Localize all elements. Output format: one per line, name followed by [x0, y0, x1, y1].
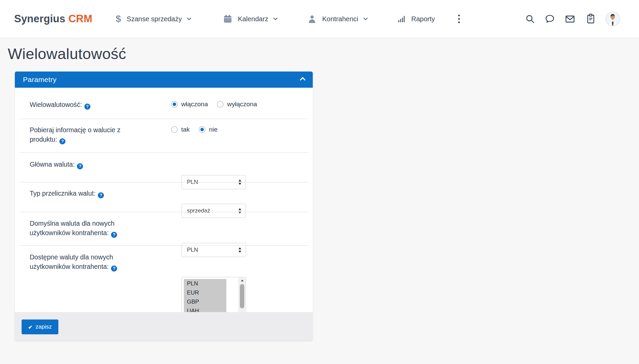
help-icon[interactable]: ?	[59, 138, 65, 144]
search-icon[interactable]	[525, 14, 535, 24]
dollar-icon: $	[116, 14, 121, 24]
currency-from-product-radio-group: tak nie	[171, 126, 218, 133]
form-row-available-currencies: Dostępne waluty dla nowych użytkowników …	[19, 245, 308, 312]
nav-item-label: Kalendarz	[238, 15, 268, 23]
chevron-down-icon	[273, 16, 278, 20]
radio-option-yes[interactable]: tak	[171, 126, 190, 133]
currency-option[interactable]: GBP	[184, 297, 226, 306]
radio-option-disabled[interactable]: wyłączona	[217, 101, 257, 108]
brand-name: Synergius	[14, 13, 65, 25]
person-icon	[308, 15, 316, 23]
panel-title: Parametry	[23, 76, 57, 84]
page-title: Wielowalutowość	[8, 45, 126, 63]
currency-option[interactable]: PLN	[184, 279, 226, 288]
brand-suffix: CRM	[68, 13, 92, 25]
more-menu-button[interactable]	[457, 13, 461, 25]
help-icon[interactable]: ?	[111, 232, 117, 238]
scrollbar-thumb[interactable]	[240, 284, 244, 308]
chat-icon[interactable]	[545, 14, 555, 24]
chevron-up-icon	[300, 77, 306, 83]
calendar-icon	[223, 15, 232, 23]
save-button[interactable]: ✔ zapisz	[22, 319, 58, 334]
multicurrency-radio-group: włączona wyłączona	[171, 101, 257, 108]
field-label: Główna waluta:?	[30, 160, 146, 169]
form-row-multicurrency: Wielowalutowość:? włączona wyłączona	[19, 88, 308, 119]
form-row-currency-from-product: Pobieraj informację o walucie z produktu…	[19, 119, 308, 152]
field-label: Wielowalutowość:?	[30, 100, 146, 110]
nav-item-contractors[interactable]: Kontrahenci	[308, 15, 367, 23]
check-icon: ✔	[28, 325, 33, 330]
nav-item-label: Kontrahenci	[322, 15, 358, 23]
panel-header: Parametry	[15, 72, 313, 88]
field-label: Dostępne waluty dla nowych użytkowników …	[30, 252, 146, 272]
collapse-panel-button[interactable]	[301, 77, 305, 82]
app-logo[interactable]: SynergiusCRM	[14, 13, 92, 25]
nav-item-label: Raporty	[411, 15, 435, 23]
form-row-default-currency: Domyślna waluta dla nowych użytkowników …	[19, 212, 308, 245]
help-icon[interactable]: ?	[77, 163, 83, 169]
nav-item-sales-opportunities[interactable]: $ Szanse sprzedaży	[116, 14, 191, 24]
panel-footer: ✔ zapisz	[15, 312, 313, 341]
help-icon[interactable]: ?	[84, 104, 90, 110]
field-label: Pobieraj informację o walucie z produktu…	[30, 125, 146, 144]
nav-item-reports[interactable]: Raporty	[397, 15, 435, 23]
save-button-label: zapisz	[35, 324, 52, 330]
bar-chart-icon	[397, 15, 406, 23]
nav-item-label: Szanse sprzedaży	[127, 15, 182, 23]
user-avatar[interactable]	[605, 11, 620, 26]
radio-button[interactable]	[171, 126, 178, 133]
radio-option-enabled[interactable]: włączona	[171, 101, 208, 108]
chevron-down-icon	[363, 16, 368, 20]
field-label: Domyślna waluta dla nowych użytkowników …	[30, 219, 146, 238]
radio-button[interactable]	[217, 101, 224, 108]
currency-option[interactable]: EUR	[184, 288, 226, 297]
field-label: Typ przelicznika walut:?	[30, 189, 146, 198]
radio-button[interactable]	[171, 101, 178, 108]
form-row-converter-type: Typ przelicznika walut:? sprzedaż	[19, 182, 308, 212]
nav-item-calendar[interactable]: Kalendarz	[223, 15, 277, 23]
parameters-panel: Parametry Wielowalutowość:? włączona wył…	[15, 72, 313, 341]
clipboard-icon[interactable]	[586, 13, 596, 24]
radio-button[interactable]	[199, 126, 205, 133]
help-icon[interactable]: ?	[111, 265, 117, 272]
help-icon[interactable]: ?	[98, 192, 104, 198]
chevron-down-icon	[187, 16, 191, 20]
scroll-up-button[interactable]	[239, 278, 245, 283]
top-navbar: SynergiusCRM $ Szanse sprzedaży Kalendar…	[0, 0, 639, 38]
mail-icon[interactable]	[565, 14, 575, 24]
form-row-main-currency: Główna waluta:? PLN	[19, 152, 308, 182]
radio-option-no[interactable]: nie	[199, 126, 217, 133]
